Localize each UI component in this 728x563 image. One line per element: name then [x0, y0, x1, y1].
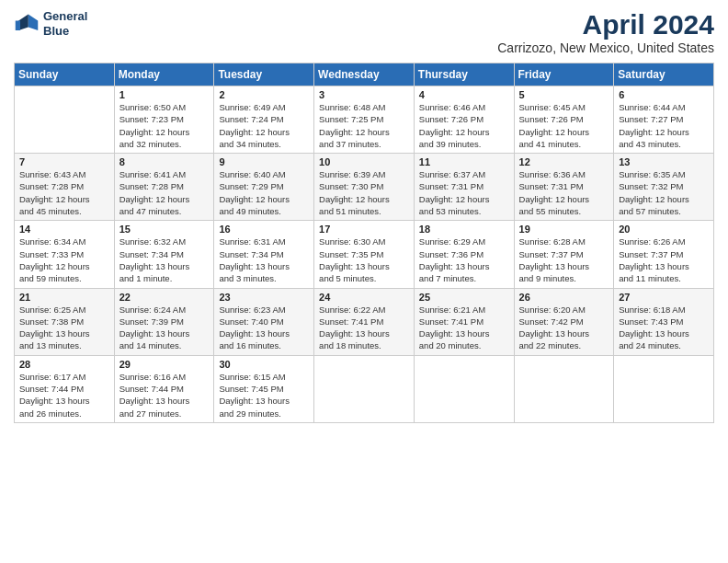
day-cell: 1Sunrise: 6:50 AM Sunset: 7:23 PM Daylig… — [114, 86, 214, 154]
day-number: 25 — [419, 292, 509, 303]
week-row-3: 14Sunrise: 6:34 AM Sunset: 7:33 PM Dayli… — [15, 221, 714, 288]
weekday-header-row: SundayMondayTuesdayWednesdayThursdayFrid… — [15, 63, 714, 86]
day-info: Sunrise: 6:21 AM Sunset: 7:41 PM Dayligh… — [419, 304, 509, 352]
weekday-sunday: Sunday — [15, 63, 115, 86]
day-cell: 19Sunrise: 6:28 AM Sunset: 7:37 PM Dayli… — [514, 221, 614, 288]
day-cell: 23Sunrise: 6:23 AM Sunset: 7:40 PM Dayli… — [214, 288, 314, 355]
day-info: Sunrise: 6:15 AM Sunset: 7:45 PM Dayligh… — [219, 371, 309, 419]
logo-text: General Blue — [43, 9, 87, 38]
day-number: 17 — [319, 224, 409, 235]
day-cell: 24Sunrise: 6:22 AM Sunset: 7:41 PM Dayli… — [314, 288, 415, 355]
day-info: Sunrise: 6:40 AM Sunset: 7:29 PM Dayligh… — [219, 168, 309, 217]
day-info: Sunrise: 6:25 AM Sunset: 7:38 PM Dayligh… — [19, 304, 109, 352]
day-info: Sunrise: 6:50 AM Sunset: 7:23 PM Dayligh… — [119, 101, 210, 150]
day-info: Sunrise: 6:46 AM Sunset: 7:26 PM Dayligh… — [419, 101, 509, 150]
day-number: 11 — [419, 156, 509, 167]
day-info: Sunrise: 6:45 AM Sunset: 7:26 PM Dayligh… — [519, 101, 609, 150]
day-info: Sunrise: 6:34 AM Sunset: 7:33 PM Dayligh… — [19, 236, 109, 284]
day-number: 13 — [619, 156, 709, 167]
day-info: Sunrise: 6:30 AM Sunset: 7:35 PM Dayligh… — [319, 236, 409, 284]
day-cell: 9Sunrise: 6:40 AM Sunset: 7:29 PM Daylig… — [214, 154, 314, 221]
day-cell: 20Sunrise: 6:26 AM Sunset: 7:37 PM Dayli… — [614, 221, 714, 288]
day-info: Sunrise: 6:41 AM Sunset: 7:28 PM Dayligh… — [119, 168, 210, 217]
day-number: 2 — [219, 89, 309, 100]
day-cell: 4Sunrise: 6:46 AM Sunset: 7:26 PM Daylig… — [414, 86, 514, 154]
day-cell: 8Sunrise: 6:41 AM Sunset: 7:28 PM Daylig… — [114, 154, 214, 221]
day-cell: 22Sunrise: 6:24 AM Sunset: 7:39 PM Dayli… — [114, 288, 214, 355]
day-number: 21 — [19, 292, 109, 303]
day-cell: 17Sunrise: 6:30 AM Sunset: 7:35 PM Dayli… — [314, 221, 415, 288]
day-cell — [314, 355, 415, 422]
day-cell: 30Sunrise: 6:15 AM Sunset: 7:45 PM Dayli… — [214, 355, 314, 422]
day-info: Sunrise: 6:23 AM Sunset: 7:40 PM Dayligh… — [219, 304, 309, 352]
day-info: Sunrise: 6:49 AM Sunset: 7:24 PM Dayligh… — [219, 101, 309, 150]
day-info: Sunrise: 6:16 AM Sunset: 7:44 PM Dayligh… — [119, 371, 210, 419]
day-info: Sunrise: 6:43 AM Sunset: 7:28 PM Dayligh… — [19, 168, 109, 217]
weekday-wednesday: Wednesday — [314, 63, 415, 86]
day-cell — [614, 355, 714, 422]
day-info: Sunrise: 6:17 AM Sunset: 7:44 PM Dayligh… — [19, 371, 109, 419]
day-cell: 6Sunrise: 6:44 AM Sunset: 7:27 PM Daylig… — [614, 86, 714, 154]
day-number: 7 — [19, 156, 109, 167]
day-cell — [514, 355, 614, 422]
day-number: 16 — [219, 224, 309, 235]
day-cell: 13Sunrise: 6:35 AM Sunset: 7:32 PM Dayli… — [614, 154, 714, 221]
week-row-4: 21Sunrise: 6:25 AM Sunset: 7:38 PM Dayli… — [15, 288, 714, 355]
day-number: 8 — [119, 156, 210, 167]
day-info: Sunrise: 6:26 AM Sunset: 7:37 PM Dayligh… — [619, 236, 709, 284]
weekday-friday: Friday — [514, 63, 614, 86]
day-number: 3 — [319, 89, 409, 100]
day-number: 6 — [619, 89, 709, 100]
logo-icon — [14, 11, 40, 37]
day-cell: 25Sunrise: 6:21 AM Sunset: 7:41 PM Dayli… — [414, 288, 514, 355]
day-number: 5 — [519, 89, 609, 100]
day-number: 9 — [219, 156, 309, 167]
day-cell: 18Sunrise: 6:29 AM Sunset: 7:36 PM Dayli… — [414, 221, 514, 288]
day-cell: 5Sunrise: 6:45 AM Sunset: 7:26 PM Daylig… — [514, 86, 614, 154]
day-info: Sunrise: 6:28 AM Sunset: 7:37 PM Dayligh… — [519, 236, 609, 284]
day-info: Sunrise: 6:18 AM Sunset: 7:43 PM Dayligh… — [619, 304, 709, 352]
day-cell: 10Sunrise: 6:39 AM Sunset: 7:30 PM Dayli… — [314, 154, 415, 221]
day-info: Sunrise: 6:44 AM Sunset: 7:27 PM Dayligh… — [619, 101, 709, 150]
day-number: 27 — [619, 292, 709, 303]
day-cell: 14Sunrise: 6:34 AM Sunset: 7:33 PM Dayli… — [15, 221, 115, 288]
day-info: Sunrise: 6:48 AM Sunset: 7:25 PM Dayligh… — [319, 101, 409, 150]
day-number: 18 — [419, 224, 509, 235]
day-cell: 28Sunrise: 6:17 AM Sunset: 7:44 PM Dayli… — [15, 355, 115, 422]
day-cell: 15Sunrise: 6:32 AM Sunset: 7:34 PM Dayli… — [114, 221, 214, 288]
weekday-tuesday: Tuesday — [214, 63, 314, 86]
day-info: Sunrise: 6:37 AM Sunset: 7:31 PM Dayligh… — [419, 168, 509, 217]
day-number: 10 — [319, 156, 409, 167]
day-cell: 21Sunrise: 6:25 AM Sunset: 7:38 PM Dayli… — [15, 288, 115, 355]
day-number: 12 — [519, 156, 609, 167]
day-number: 19 — [519, 224, 609, 235]
day-number: 26 — [519, 292, 609, 303]
title-block: April 2024 Carrizozo, New Mexico, United… — [497, 9, 714, 55]
weekday-thursday: Thursday — [414, 63, 514, 86]
weekday-monday: Monday — [114, 63, 214, 86]
svg-rect-3 — [16, 20, 20, 30]
day-number: 22 — [119, 292, 210, 303]
day-info: Sunrise: 6:20 AM Sunset: 7:42 PM Dayligh… — [519, 304, 609, 352]
day-cell: 11Sunrise: 6:37 AM Sunset: 7:31 PM Dayli… — [414, 154, 514, 221]
day-number: 24 — [319, 292, 409, 303]
calendar: SundayMondayTuesdayWednesdayThursdayFrid… — [14, 63, 714, 423]
day-info: Sunrise: 6:39 AM Sunset: 7:30 PM Dayligh… — [319, 168, 409, 217]
day-info: Sunrise: 6:29 AM Sunset: 7:36 PM Dayligh… — [419, 236, 509, 284]
day-cell: 7Sunrise: 6:43 AM Sunset: 7:28 PM Daylig… — [15, 154, 115, 221]
day-number: 29 — [119, 359, 210, 370]
day-info: Sunrise: 6:36 AM Sunset: 7:31 PM Dayligh… — [519, 168, 609, 217]
main-title: April 2024 — [497, 9, 714, 40]
day-info: Sunrise: 6:31 AM Sunset: 7:34 PM Dayligh… — [219, 236, 309, 284]
day-info: Sunrise: 6:32 AM Sunset: 7:34 PM Dayligh… — [119, 236, 210, 284]
day-number: 28 — [19, 359, 109, 370]
day-number: 15 — [119, 224, 210, 235]
day-number: 1 — [119, 89, 210, 100]
day-info: Sunrise: 6:22 AM Sunset: 7:41 PM Dayligh… — [319, 304, 409, 352]
week-row-1: 1Sunrise: 6:50 AM Sunset: 7:23 PM Daylig… — [15, 86, 714, 154]
day-info: Sunrise: 6:24 AM Sunset: 7:39 PM Dayligh… — [119, 304, 210, 352]
day-number: 20 — [619, 224, 709, 235]
day-cell — [15, 86, 115, 154]
day-number: 30 — [219, 359, 309, 370]
day-number: 23 — [219, 292, 309, 303]
